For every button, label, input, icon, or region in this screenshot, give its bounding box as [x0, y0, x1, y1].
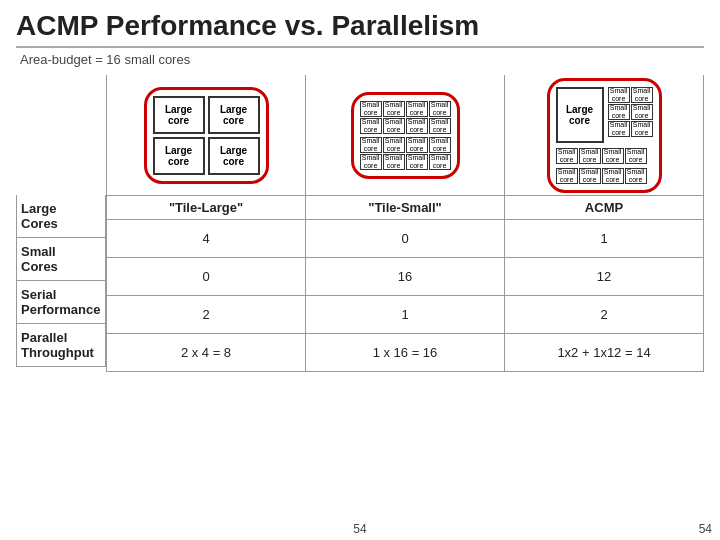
- cell-tl-small-cores: 0: [107, 258, 305, 296]
- diagram-tile-small: Smallcore Smallcore Smallcore Smallcore …: [306, 75, 504, 195]
- cell-acmp-small-cores: 12: [505, 258, 703, 296]
- small-core-s7: Smallcore: [406, 118, 428, 134]
- row-label-serial-performance: SerialPerformance: [16, 281, 106, 324]
- diagram-acmp: Largecore Smallcore Smallcore Smallcore …: [505, 75, 703, 195]
- small-core-s9: Smallcore: [360, 137, 382, 153]
- row-label-parallel-throughput: ParallelThroughput: [16, 324, 106, 367]
- large-core-1: Largecore: [153, 96, 205, 134]
- large-core-2: Largecore: [208, 96, 260, 134]
- acmp-sc7: Smallcore: [556, 148, 578, 164]
- acmp-sc2: Smallcore: [631, 87, 653, 103]
- cell-acmp-large-cores: 1: [505, 220, 703, 258]
- small-core-s10: Smallcore: [383, 137, 405, 153]
- row-label-small-cores: SmallCores: [16, 238, 106, 281]
- small-core-s3: Smallcore: [406, 101, 428, 117]
- small-core-s6: Smallcore: [383, 118, 405, 134]
- cell-ts-serial: 1: [306, 296, 504, 334]
- cell-ts-large-cores: 0: [306, 220, 504, 258]
- acmp-sc10: Smallcore: [625, 148, 647, 164]
- col-tile-large: Largecore Largecore Largecore Largecore …: [106, 75, 305, 372]
- small-core-s8: Smallcore: [429, 118, 451, 134]
- small-core-s2: Smallcore: [383, 101, 405, 117]
- main-layout: LargeCores SmallCores SerialPerformance …: [16, 75, 704, 372]
- small-core-s11: Smallcore: [406, 137, 428, 153]
- subtitle: Area-budget = 16 small cores: [20, 52, 704, 67]
- acmp-sc4: Smallcore: [631, 104, 653, 120]
- diagram-tile-large: Largecore Largecore Largecore Largecore: [107, 75, 305, 195]
- acmp-sc5: Smallcore: [608, 121, 630, 137]
- small-core-s13: Smallcore: [360, 154, 382, 170]
- acmp-sc1: Smallcore: [608, 87, 630, 103]
- acmp-large-core: Largecore: [556, 87, 604, 143]
- cell-ts-parallel: 1 x 16 = 16: [306, 334, 504, 372]
- small-core-s5: Smallcore: [360, 118, 382, 134]
- acmp-sc11: Smallcore: [556, 168, 578, 184]
- col-header-acmp: ACMP: [505, 195, 703, 220]
- small-core-s12: Smallcore: [429, 137, 451, 153]
- page-number-left: 54: [353, 522, 366, 536]
- page-title: ACMP Performance vs. Parallelism: [16, 10, 704, 48]
- acmp-sc13: Smallcore: [602, 168, 624, 184]
- col-header-tile-large: "Tile-Large": [107, 195, 305, 220]
- acmp-sc14: Smallcore: [625, 168, 647, 184]
- large-core-4: Largecore: [208, 137, 260, 175]
- col-header-tile-small: "Tile-Small": [306, 195, 504, 220]
- cell-tl-parallel: 2 x 4 = 8: [107, 334, 305, 372]
- small-core-s4: Smallcore: [429, 101, 451, 117]
- row-label-large-cores: LargeCores: [16, 195, 106, 238]
- small-core-s15: Smallcore: [406, 154, 428, 170]
- small-core-s1: Smallcore: [360, 101, 382, 117]
- cell-acmp-serial: 2: [505, 296, 703, 334]
- cell-tl-large-cores: 4: [107, 220, 305, 258]
- col-acmp: Largecore Smallcore Smallcore Smallcore …: [504, 75, 704, 372]
- cell-ts-small-cores: 16: [306, 258, 504, 296]
- col-tile-small: Smallcore Smallcore Smallcore Smallcore …: [305, 75, 504, 372]
- small-core-s16: Smallcore: [429, 154, 451, 170]
- cell-acmp-parallel: 1x2 + 1x12 = 14: [505, 334, 703, 372]
- acmp-sc8: Smallcore: [579, 148, 601, 164]
- acmp-sc12: Smallcore: [579, 168, 601, 184]
- large-core-3: Largecore: [153, 137, 205, 175]
- acmp-sc6: Smallcore: [631, 121, 653, 137]
- cell-tl-serial: 2: [107, 296, 305, 334]
- small-core-s14: Smallcore: [383, 154, 405, 170]
- acmp-sc3: Smallcore: [608, 104, 630, 120]
- acmp-sc9: Smallcore: [602, 148, 624, 164]
- row-labels: LargeCores SmallCores SerialPerformance …: [16, 75, 106, 372]
- page-number-right: 54: [699, 522, 712, 536]
